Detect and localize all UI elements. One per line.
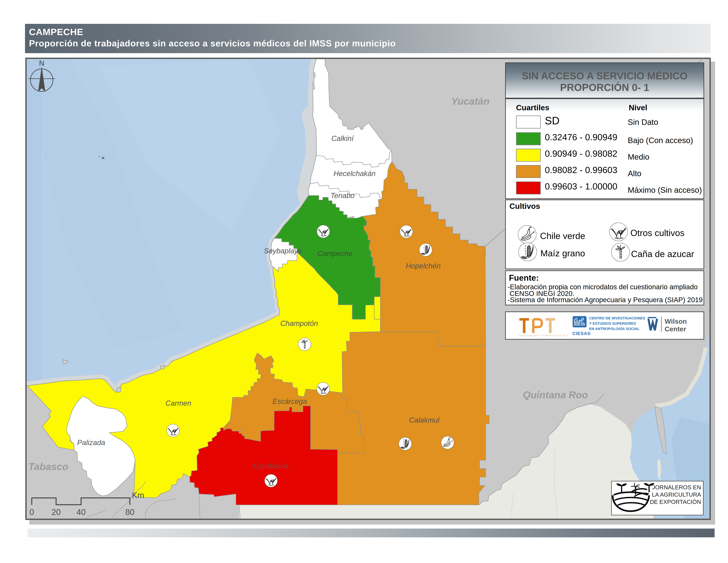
svg-text:CIESAS: CIESAS (572, 331, 591, 336)
svg-text:80: 80 (125, 508, 135, 517)
svg-text:Calkiní: Calkiní (331, 134, 354, 142)
svg-text:Calakmul: Calakmul (409, 416, 440, 424)
svg-text:EN ANTROPOLOGÍA SOCIAL: EN ANTROPOLOGÍA SOCIAL (589, 327, 639, 331)
svg-text:Y ESTUDIOS SUPERIORES: Y ESTUDIOS SUPERIORES (589, 322, 636, 326)
svg-text:Hecelchakán: Hecelchakán (334, 169, 376, 177)
svg-text:Tabasco: Tabasco (28, 461, 68, 472)
svg-text:Escárcega: Escárcega (273, 397, 307, 405)
svg-text:Hopelchén: Hopelchén (406, 262, 441, 270)
svg-text:N: N (39, 59, 44, 67)
svg-text:Km: Km (132, 491, 144, 500)
svg-text:Wilson: Wilson (665, 318, 687, 325)
svg-text:Quintana Roo: Quintana Roo (523, 389, 588, 400)
svg-text:JORNALEROS EN: JORNALEROS EN (652, 484, 701, 491)
svg-text:Center: Center (665, 325, 686, 333)
svg-text:Campeche: Campeche (318, 249, 353, 257)
svg-text:Candelaria: Candelaria (253, 462, 289, 470)
svg-text:Carmen: Carmen (165, 399, 191, 407)
svg-text:Seybaplaya: Seybaplaya (264, 247, 302, 255)
svg-text:Yucatán: Yucatán (451, 96, 489, 107)
svg-text:40: 40 (76, 508, 86, 517)
svg-text:CENTRO DE INVESTIGACIONES: CENTRO DE INVESTIGACIONES (589, 316, 645, 320)
svg-text:DE EXPORTACIÓN: DE EXPORTACIÓN (650, 499, 701, 505)
svg-text:Palizada: Palizada (77, 439, 105, 447)
svg-text:EVALUACION Y PROYECTOS S.C.: EVALUACION Y PROYECTOS S.C. (519, 334, 569, 337)
svg-text:0: 0 (29, 508, 34, 517)
svg-text:Champotón: Champotón (280, 319, 318, 328)
svg-text:LA AGRICULTURA: LA AGRICULTURA (652, 491, 701, 498)
svg-text:Tenabo: Tenabo (330, 191, 354, 199)
svg-text:20: 20 (51, 508, 61, 517)
